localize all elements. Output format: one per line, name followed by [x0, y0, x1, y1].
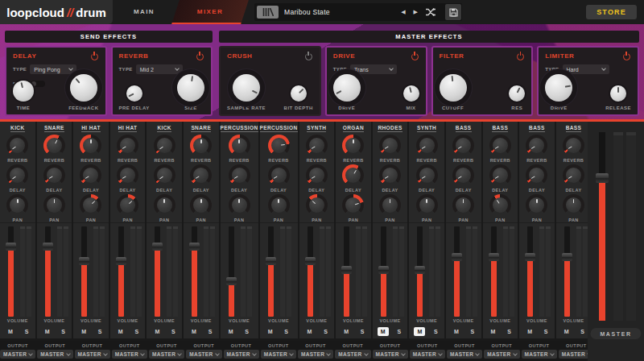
volume-fader-handle[interactable] [79, 257, 89, 265]
mute-button[interactable]: M [304, 327, 316, 336]
channel-name[interactable]: BASS [529, 122, 545, 133]
solo-button[interactable]: S [577, 327, 588, 336]
delay-knob[interactable]: DELAY [379, 163, 401, 193]
channel-name[interactable]: HI HAT [118, 122, 138, 133]
delay-knob[interactable]: DELAY [154, 163, 175, 193]
pan-knob[interactable]: PAN [306, 193, 328, 222]
pan-knob[interactable]: PAN [6, 193, 28, 222]
reverb-knob[interactable]: REVERB [268, 133, 290, 163]
delay-knob[interactable]: DELAY [268, 163, 290, 193]
reverb-knob[interactable]: REVERB [452, 133, 474, 163]
solo-button[interactable]: S [242, 327, 253, 336]
release-knob[interactable]: RELEASE [605, 85, 631, 110]
volume-fader-handle[interactable] [452, 253, 462, 261]
solo-button[interactable]: S [204, 327, 216, 336]
volume-fader[interactable] [81, 226, 87, 317]
delay-knob[interactable]: DELAY [6, 163, 28, 193]
delay-knob[interactable]: DELAY [452, 163, 474, 193]
mute-button[interactable]: M [378, 327, 389, 336]
output-select[interactable]: MASTER [522, 350, 557, 359]
solo-button[interactable]: S [540, 327, 551, 336]
solo-button[interactable]: S [58, 327, 69, 336]
volume-fader-handle[interactable] [525, 253, 535, 261]
output-select[interactable]: MASTER [37, 350, 72, 359]
output-select[interactable]: MASTER [335, 350, 370, 359]
reverb-knob[interactable]: REVERB [80, 133, 101, 163]
delay-knob[interactable]: DELAY [80, 163, 101, 193]
cutoff-knob[interactable]: CUTOFF [440, 74, 467, 110]
delay-knob[interactable]: DELAY [43, 163, 65, 193]
preset-name[interactable]: Maribou State [284, 8, 397, 16]
pan-knob[interactable]: PAN [489, 193, 511, 222]
mute-button[interactable]: M [451, 327, 462, 336]
store-button[interactable]: STORE [586, 5, 637, 19]
volume-fader[interactable] [564, 226, 570, 317]
output-select[interactable]: MASTER [447, 350, 482, 359]
feedback-knob[interactable]: FEEDBACK [68, 74, 98, 110]
mute-button[interactable]: M [561, 327, 572, 336]
solo-button[interactable]: S [21, 327, 32, 336]
delay-type-select[interactable]: Ping Pong [30, 64, 76, 74]
output-select[interactable]: MASTER [112, 350, 147, 359]
volume-fader-handle[interactable] [6, 243, 16, 251]
channel-name[interactable]: BASS [492, 122, 508, 133]
mute-button[interactable]: M [151, 327, 163, 336]
reverb-knob[interactable]: REVERB [489, 133, 511, 163]
pre-delay-knob[interactable]: PRE DELAY [119, 85, 150, 110]
reverb-knob[interactable]: REVERB [306, 133, 328, 163]
pan-knob[interactable]: PAN [526, 193, 547, 222]
pan-knob[interactable]: PAN [268, 193, 290, 222]
output-select[interactable]: MASTER [186, 350, 221, 359]
channel-name[interactable]: PERCUSSION [260, 122, 298, 133]
volume-fader[interactable] [491, 226, 497, 317]
pan-knob[interactable]: PAN [190, 193, 212, 222]
master-fader-handle[interactable] [596, 173, 609, 183]
solo-button[interactable]: S [504, 327, 515, 336]
channel-name[interactable]: BASS [456, 122, 472, 133]
volume-fader[interactable] [381, 226, 386, 317]
channel-name[interactable]: SYNTH [307, 122, 326, 133]
solo-button[interactable]: S [357, 327, 368, 336]
pan-knob[interactable]: PAN [229, 193, 250, 222]
output-select[interactable]: MASTER [224, 350, 259, 359]
volume-fader[interactable] [308, 226, 313, 317]
volume-fader[interactable] [344, 226, 349, 317]
delay-knob[interactable]: DELAY [342, 163, 364, 193]
pan-knob[interactable]: PAN [452, 193, 474, 222]
volume-fader[interactable] [118, 226, 124, 317]
reverb-knob[interactable]: REVERB [416, 133, 438, 163]
output-select[interactable]: MASTER [149, 350, 184, 359]
delay-knob[interactable]: DELAY [229, 163, 250, 193]
channel-name[interactable]: HI HAT [81, 122, 101, 133]
volume-fader-handle[interactable] [226, 277, 237, 285]
channel-name[interactable]: RHODES [378, 122, 402, 133]
reverb-knob[interactable]: REVERB [117, 133, 138, 163]
res-knob[interactable]: RES [509, 85, 525, 110]
drive-knob[interactable]: DRIVE [333, 74, 361, 110]
limiter-power-icon[interactable] [623, 52, 632, 61]
preset-browser-icon[interactable] [257, 6, 279, 19]
time-knob[interactable]: TIME [13, 81, 34, 110]
solo-button[interactable]: S [430, 327, 441, 336]
reverb-knob[interactable]: REVERB [379, 133, 401, 163]
volume-fader-handle[interactable] [489, 253, 499, 261]
pan-knob[interactable]: PAN [342, 193, 364, 222]
output-select[interactable]: MASTER [410, 350, 445, 359]
volume-fader-handle[interactable] [189, 243, 200, 251]
channel-name[interactable]: ORGAN [343, 122, 364, 133]
preset-save-icon[interactable] [445, 4, 461, 20]
pan-knob[interactable]: PAN [416, 193, 438, 222]
pan-knob[interactable]: PAN [563, 193, 584, 222]
delay-knob[interactable]: DELAY [416, 163, 438, 193]
channel-name[interactable]: KICK [157, 122, 171, 133]
volume-fader-handle[interactable] [116, 257, 126, 265]
reverb-knob[interactable]: REVERB [229, 133, 250, 163]
mute-button[interactable]: M [265, 327, 276, 336]
reverb-knob[interactable]: REVERB [563, 133, 584, 163]
drive-power-icon[interactable] [411, 52, 420, 61]
reverb-knob[interactable]: REVERB [190, 133, 212, 163]
reverb-knob[interactable]: REVERB [6, 133, 28, 163]
tab-mixer[interactable]: MIXER [175, 0, 245, 24]
volume-fader-handle[interactable] [305, 257, 316, 265]
volume-fader[interactable] [45, 226, 51, 317]
